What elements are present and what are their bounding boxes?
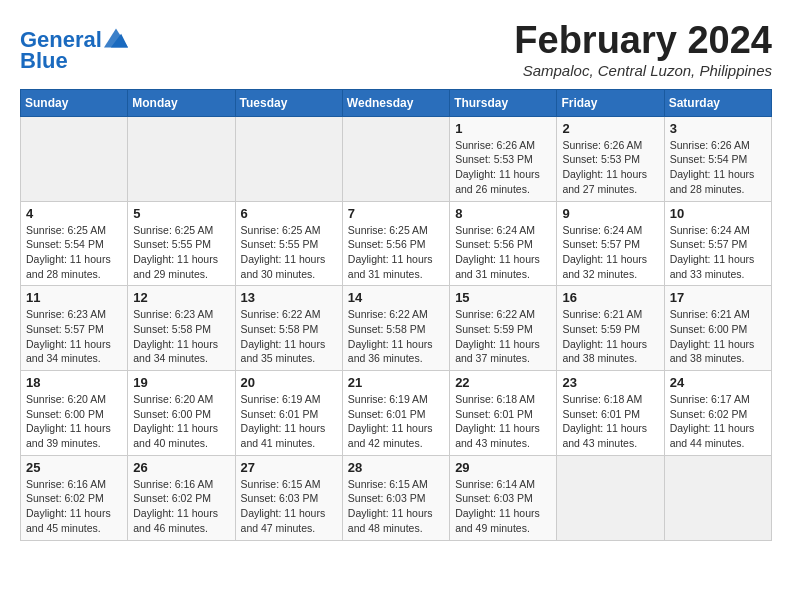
calendar-week-3: 11Sunrise: 6:23 AM Sunset: 5:57 PM Dayli…: [21, 286, 772, 371]
day-info: Sunrise: 6:25 AM Sunset: 5:55 PM Dayligh…: [241, 223, 337, 282]
calendar-cell: [664, 455, 771, 540]
calendar-cell: [342, 116, 449, 201]
calendar-cell: [557, 455, 664, 540]
day-number: 26: [133, 460, 229, 475]
calendar-week-5: 25Sunrise: 6:16 AM Sunset: 6:02 PM Dayli…: [21, 455, 772, 540]
calendar-cell: 28Sunrise: 6:15 AM Sunset: 6:03 PM Dayli…: [342, 455, 449, 540]
calendar-cell: 23Sunrise: 6:18 AM Sunset: 6:01 PM Dayli…: [557, 371, 664, 456]
calendar-cell: 4Sunrise: 6:25 AM Sunset: 5:54 PM Daylig…: [21, 201, 128, 286]
day-info: Sunrise: 6:19 AM Sunset: 6:01 PM Dayligh…: [348, 392, 444, 451]
calendar-cell: 20Sunrise: 6:19 AM Sunset: 6:01 PM Dayli…: [235, 371, 342, 456]
day-info: Sunrise: 6:22 AM Sunset: 5:58 PM Dayligh…: [348, 307, 444, 366]
day-info: Sunrise: 6:18 AM Sunset: 6:01 PM Dayligh…: [455, 392, 551, 451]
logo: General Blue: [20, 28, 128, 74]
weekday-header-friday: Friday: [557, 89, 664, 116]
calendar-cell: 18Sunrise: 6:20 AM Sunset: 6:00 PM Dayli…: [21, 371, 128, 456]
calendar-cell: 3Sunrise: 6:26 AM Sunset: 5:54 PM Daylig…: [664, 116, 771, 201]
day-number: 10: [670, 206, 766, 221]
calendar-week-2: 4Sunrise: 6:25 AM Sunset: 5:54 PM Daylig…: [21, 201, 772, 286]
calendar-cell: 27Sunrise: 6:15 AM Sunset: 6:03 PM Dayli…: [235, 455, 342, 540]
calendar-cell: 17Sunrise: 6:21 AM Sunset: 6:00 PM Dayli…: [664, 286, 771, 371]
calendar-cell: 14Sunrise: 6:22 AM Sunset: 5:58 PM Dayli…: [342, 286, 449, 371]
day-number: 19: [133, 375, 229, 390]
day-info: Sunrise: 6:24 AM Sunset: 5:56 PM Dayligh…: [455, 223, 551, 282]
calendar-cell: 5Sunrise: 6:25 AM Sunset: 5:55 PM Daylig…: [128, 201, 235, 286]
weekday-header-thursday: Thursday: [450, 89, 557, 116]
day-number: 17: [670, 290, 766, 305]
page-header: General Blue February 2024 Sampaloc, Cen…: [20, 20, 772, 79]
day-info: Sunrise: 6:22 AM Sunset: 5:59 PM Dayligh…: [455, 307, 551, 366]
calendar-cell: 21Sunrise: 6:19 AM Sunset: 6:01 PM Dayli…: [342, 371, 449, 456]
day-number: 9: [562, 206, 658, 221]
calendar-cell: 16Sunrise: 6:21 AM Sunset: 5:59 PM Dayli…: [557, 286, 664, 371]
day-info: Sunrise: 6:24 AM Sunset: 5:57 PM Dayligh…: [562, 223, 658, 282]
day-number: 24: [670, 375, 766, 390]
calendar-cell: 25Sunrise: 6:16 AM Sunset: 6:02 PM Dayli…: [21, 455, 128, 540]
calendar-week-1: 1Sunrise: 6:26 AM Sunset: 5:53 PM Daylig…: [21, 116, 772, 201]
calendar-cell: 19Sunrise: 6:20 AM Sunset: 6:00 PM Dayli…: [128, 371, 235, 456]
day-info: Sunrise: 6:21 AM Sunset: 6:00 PM Dayligh…: [670, 307, 766, 366]
calendar-cell: 12Sunrise: 6:23 AM Sunset: 5:58 PM Dayli…: [128, 286, 235, 371]
day-number: 3: [670, 121, 766, 136]
day-info: Sunrise: 6:15 AM Sunset: 6:03 PM Dayligh…: [241, 477, 337, 536]
calendar-cell: 13Sunrise: 6:22 AM Sunset: 5:58 PM Dayli…: [235, 286, 342, 371]
calendar-week-4: 18Sunrise: 6:20 AM Sunset: 6:00 PM Dayli…: [21, 371, 772, 456]
day-info: Sunrise: 6:26 AM Sunset: 5:53 PM Dayligh…: [455, 138, 551, 197]
weekday-header-saturday: Saturday: [664, 89, 771, 116]
day-number: 27: [241, 460, 337, 475]
calendar-cell: 11Sunrise: 6:23 AM Sunset: 5:57 PM Dayli…: [21, 286, 128, 371]
day-number: 6: [241, 206, 337, 221]
calendar-cell: 8Sunrise: 6:24 AM Sunset: 5:56 PM Daylig…: [450, 201, 557, 286]
calendar-cell: [21, 116, 128, 201]
weekday-header-wednesday: Wednesday: [342, 89, 449, 116]
calendar-cell: 6Sunrise: 6:25 AM Sunset: 5:55 PM Daylig…: [235, 201, 342, 286]
day-info: Sunrise: 6:14 AM Sunset: 6:03 PM Dayligh…: [455, 477, 551, 536]
calendar-table: SundayMondayTuesdayWednesdayThursdayFrid…: [20, 89, 772, 541]
calendar-cell: 7Sunrise: 6:25 AM Sunset: 5:56 PM Daylig…: [342, 201, 449, 286]
day-number: 13: [241, 290, 337, 305]
day-info: Sunrise: 6:25 AM Sunset: 5:55 PM Dayligh…: [133, 223, 229, 282]
calendar-header-row: SundayMondayTuesdayWednesdayThursdayFrid…: [21, 89, 772, 116]
day-number: 23: [562, 375, 658, 390]
calendar-body: 1Sunrise: 6:26 AM Sunset: 5:53 PM Daylig…: [21, 116, 772, 540]
day-number: 12: [133, 290, 229, 305]
day-number: 8: [455, 206, 551, 221]
logo-icon: [104, 28, 128, 48]
day-info: Sunrise: 6:25 AM Sunset: 5:54 PM Dayligh…: [26, 223, 122, 282]
day-info: Sunrise: 6:23 AM Sunset: 5:58 PM Dayligh…: [133, 307, 229, 366]
day-number: 1: [455, 121, 551, 136]
day-number: 21: [348, 375, 444, 390]
calendar-cell: 2Sunrise: 6:26 AM Sunset: 5:53 PM Daylig…: [557, 116, 664, 201]
day-number: 20: [241, 375, 337, 390]
day-number: 29: [455, 460, 551, 475]
day-info: Sunrise: 6:16 AM Sunset: 6:02 PM Dayligh…: [133, 477, 229, 536]
calendar-cell: 22Sunrise: 6:18 AM Sunset: 6:01 PM Dayli…: [450, 371, 557, 456]
day-number: 2: [562, 121, 658, 136]
calendar-cell: 24Sunrise: 6:17 AM Sunset: 6:02 PM Dayli…: [664, 371, 771, 456]
calendar-cell: [128, 116, 235, 201]
day-info: Sunrise: 6:20 AM Sunset: 6:00 PM Dayligh…: [133, 392, 229, 451]
calendar-cell: 9Sunrise: 6:24 AM Sunset: 5:57 PM Daylig…: [557, 201, 664, 286]
day-info: Sunrise: 6:25 AM Sunset: 5:56 PM Dayligh…: [348, 223, 444, 282]
day-number: 11: [26, 290, 122, 305]
day-info: Sunrise: 6:26 AM Sunset: 5:54 PM Dayligh…: [670, 138, 766, 197]
day-number: 14: [348, 290, 444, 305]
day-number: 15: [455, 290, 551, 305]
day-info: Sunrise: 6:17 AM Sunset: 6:02 PM Dayligh…: [670, 392, 766, 451]
weekday-header-tuesday: Tuesday: [235, 89, 342, 116]
month-year: February 2024: [514, 20, 772, 62]
day-info: Sunrise: 6:18 AM Sunset: 6:01 PM Dayligh…: [562, 392, 658, 451]
weekday-header-sunday: Sunday: [21, 89, 128, 116]
calendar-cell: 26Sunrise: 6:16 AM Sunset: 6:02 PM Dayli…: [128, 455, 235, 540]
day-number: 7: [348, 206, 444, 221]
day-info: Sunrise: 6:26 AM Sunset: 5:53 PM Dayligh…: [562, 138, 658, 197]
calendar-cell: [235, 116, 342, 201]
calendar-cell: 15Sunrise: 6:22 AM Sunset: 5:59 PM Dayli…: [450, 286, 557, 371]
day-number: 16: [562, 290, 658, 305]
day-info: Sunrise: 6:24 AM Sunset: 5:57 PM Dayligh…: [670, 223, 766, 282]
day-number: 25: [26, 460, 122, 475]
calendar-cell: 1Sunrise: 6:26 AM Sunset: 5:53 PM Daylig…: [450, 116, 557, 201]
title-block: February 2024 Sampaloc, Central Luzon, P…: [514, 20, 772, 79]
day-info: Sunrise: 6:22 AM Sunset: 5:58 PM Dayligh…: [241, 307, 337, 366]
calendar-cell: 29Sunrise: 6:14 AM Sunset: 6:03 PM Dayli…: [450, 455, 557, 540]
